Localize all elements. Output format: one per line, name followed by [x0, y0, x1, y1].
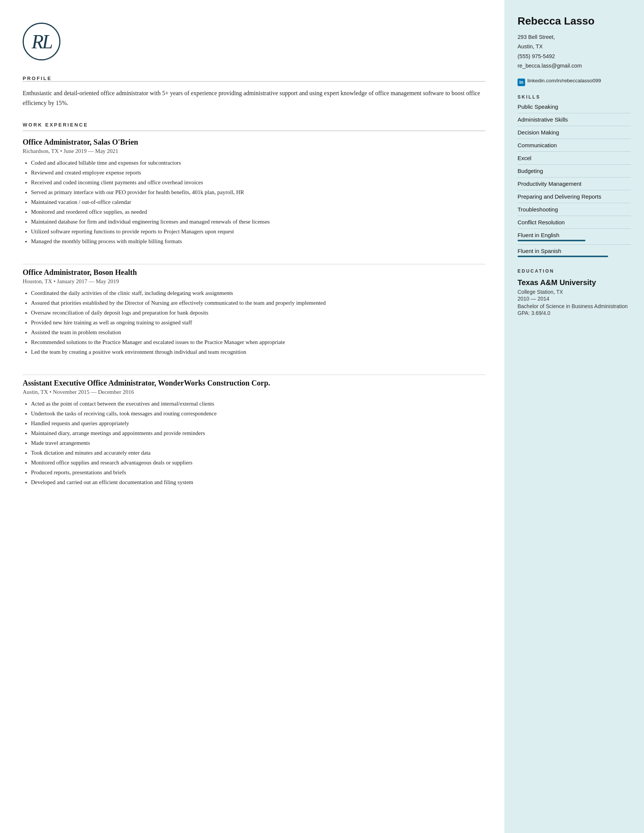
job-bullet-1-3: Provided new hire training as well as on… [31, 318, 485, 327]
linkedin-url: linkedin.com/in/rebeccalasso099 [527, 78, 601, 84]
skill-bar-container-10 [517, 240, 631, 241]
candidate-name: Rebecca Lasso [517, 15, 631, 27]
job-meta-1: Houston, TX • January 2017 — May 2019 [22, 278, 485, 285]
job-bullet-0-8: Managed the monthly billing process with… [31, 237, 485, 246]
education-label: EDUCATION [517, 269, 631, 274]
jobs-container: Office Administrator, Salas O'BrienRicha… [22, 138, 485, 505]
linkedin-icon: in [517, 79, 525, 86]
skill-bar-10 [517, 240, 586, 241]
job-bullet-0-3: Served as primary interface with our PEO… [31, 188, 485, 197]
skill-name-7: Preparing and Delivering Reports [517, 193, 601, 200]
address-line1: 293 Bell Street, [517, 34, 555, 40]
job-bullet-0-2: Received and coded incoming client payme… [31, 178, 485, 187]
job-bullet-0-7: Utilized software reporting functions to… [31, 227, 485, 236]
skill-name-0: Public Speaking [517, 103, 558, 110]
skill-name-4: Excel [517, 155, 532, 161]
profile-divider [22, 81, 485, 82]
profile-text: Enthusiastic and detail-oriented office … [22, 88, 485, 108]
job-bullet-0-4: Maintained vacation / out-of-office cale… [31, 198, 485, 207]
job-bullet-1-1: Assured that priorities established by t… [31, 298, 485, 307]
profile-label: PROFILE [22, 76, 485, 81]
job-bullets-0: Coded and allocated billable time and ex… [22, 158, 485, 246]
job-bullet-0-6: Maintained database for firm and individ… [31, 217, 485, 226]
job-title-0: Office Administrator, Salas O'Brien [22, 138, 485, 146]
skill-item-3: Communication [517, 142, 631, 152]
job-block-2: Assistant Executive Office Administrator… [22, 379, 485, 505]
skills-container: Public SpeakingAdministrative SkillsDeci… [517, 103, 631, 260]
skill-name-2: Decision Making [517, 129, 559, 135]
university-name: Texas A&M University [517, 278, 631, 287]
skill-name-5: Budgeting [517, 168, 543, 174]
skill-item-7: Preparing and Delivering Reports [517, 193, 631, 203]
job-bullet-0-0: Coded and allocated billable time and ex… [31, 158, 485, 167]
edu-gpa: GPA: 3.69/4.0 [517, 310, 631, 316]
job-bullet-2-7: Produced reports, presentations and brie… [31, 468, 485, 477]
phone: (555) 975-5492 [517, 53, 555, 59]
job-bullet-1-5: Recommended solutions to the Practice Ma… [31, 338, 485, 347]
skill-item-2: Decision Making [517, 129, 631, 139]
job-bullet-2-0: Acted as the point of contact between th… [31, 399, 485, 408]
job-bullets-1: Coordinated the daily activities of the … [22, 288, 485, 357]
job-block-0: Office Administrator, Salas O'BrienRicha… [22, 138, 485, 264]
skill-item-10: Fluent in English [517, 232, 631, 245]
job-bullet-0-5: Monitored and reordered office supplies,… [31, 207, 485, 216]
skill-item-4: Excel [517, 155, 631, 165]
skill-bar-11 [517, 256, 608, 257]
main-content: RL PROFILE Enthusiastic and detail-orien… [0, 0, 504, 833]
skill-name-6: Productivity Management [517, 180, 581, 187]
job-bullet-1-0: Coordinated the daily activities of the … [31, 288, 485, 298]
job-title-2: Assistant Executive Office Administrator… [22, 379, 485, 388]
job-bullet-2-3: Maintained diary, arrange meetings and a… [31, 429, 485, 437]
job-bullet-2-4: Made travel arrangements [31, 438, 485, 447]
skill-name-9: Conflict Resolution [517, 219, 565, 225]
work-label: WORK EXPERIENCE [22, 122, 485, 128]
job-bullet-1-6: Led the team by creating a positive work… [31, 347, 485, 357]
skill-bar-container-11 [517, 256, 631, 257]
skill-item-11: Fluent in Spanish [517, 248, 631, 260]
logo-circle: RL [22, 23, 60, 60]
skill-name-3: Communication [517, 142, 557, 148]
job-meta-0: Richardson, TX • June 2019 — May 2021 [22, 148, 485, 154]
skill-item-8: Troubleshooting [517, 206, 631, 216]
job-meta-2: Austin, TX • November 2015 — December 20… [22, 389, 485, 396]
job-bullet-2-6: Monitored office supplies and research a… [31, 458, 485, 467]
job-title-1: Office Administrator, Boson Health [22, 268, 485, 277]
job-bullet-2-2: Handled requests and queries appropriate… [31, 419, 485, 428]
skill-name-8: Troubleshooting [517, 206, 558, 212]
sidebar: Rebecca Lasso 293 Bell Street, Austin, T… [504, 0, 644, 833]
job-bullet-2-5: Took dictation and minutes and accuratel… [31, 448, 485, 457]
work-divider [22, 131, 485, 131]
skills-label: SKILLS [517, 95, 631, 100]
job-bullet-0-1: Reviewed and created employee expense re… [31, 168, 485, 177]
skill-name-11: Fluent in Spanish [517, 248, 561, 254]
job-bullet-1-2: Oversaw reconciliation of daily deposit … [31, 308, 485, 317]
job-bullet-2-1: Undertook the tasks of receiving calls, … [31, 409, 485, 418]
skill-item-0: Public Speaking [517, 103, 631, 113]
address-line2: Austin, TX [517, 43, 543, 50]
skill-item-6: Productivity Management [517, 180, 631, 190]
linkedin-row: in linkedin.com/in/rebeccalasso099 [517, 78, 631, 86]
contact-info: 293 Bell Street, Austin, TX (555) 975-54… [517, 32, 631, 71]
logo-initials: RL [32, 31, 52, 53]
job-bullet-1-4: Assisted the team in problem resolution [31, 328, 485, 337]
edu-degree: Bachelor of Science in Business Administ… [517, 303, 631, 309]
email: re_becca.lass@gmail.com [517, 63, 582, 69]
skill-item-9: Conflict Resolution [517, 219, 631, 229]
edu-years: 2010 — 2014 [517, 296, 631, 302]
skill-name-10: Fluent in English [517, 232, 559, 238]
job-bullet-2-8: Developed and carried out an efficient d… [31, 478, 485, 487]
edu-location: College Station, TX [517, 289, 631, 295]
job-block-1: Office Administrator, Boson HealthHousto… [22, 268, 485, 375]
skill-name-1: Administrative Skills [517, 116, 568, 123]
skill-item-1: Administrative Skills [517, 116, 631, 126]
skill-item-5: Budgeting [517, 168, 631, 177]
job-bullets-2: Acted as the point of contact between th… [22, 399, 485, 487]
